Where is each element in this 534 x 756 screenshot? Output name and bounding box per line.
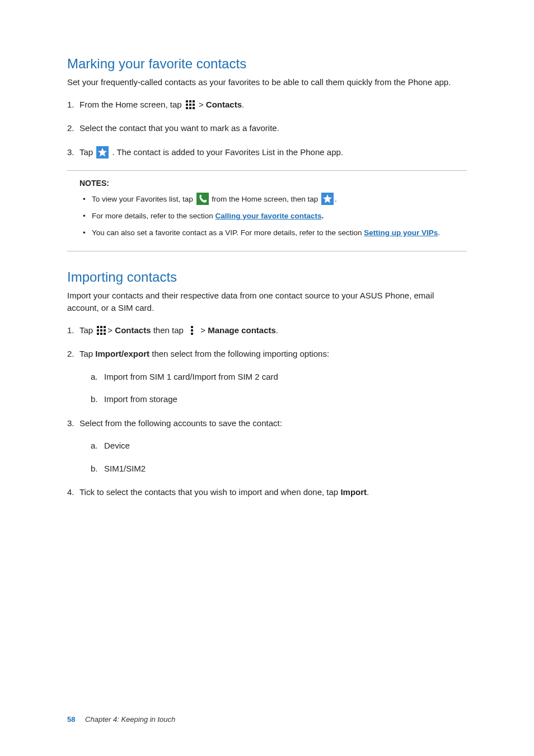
step3-text-a: Tap <box>79 147 95 157</box>
s2-step2-c: then select from the following importing… <box>149 349 329 358</box>
chapter-label: Chapter 4: Keeping in touch <box>85 715 175 724</box>
note-2: For more details, refer to the section C… <box>79 210 467 222</box>
s2-step2-a: Tap <box>79 349 95 358</box>
s2-step3-sub-b: SIM1/SIM2 <box>91 463 467 475</box>
step-2: Select the contact that you want to mark… <box>67 122 467 135</box>
svg-rect-19 <box>104 329 106 332</box>
s2-step1-a: Tap <box>79 325 95 335</box>
s2-step-1: Tap > Contacts then tap > Manage contact… <box>67 324 467 337</box>
svg-rect-3 <box>186 104 188 106</box>
svg-rect-24 <box>191 329 193 332</box>
s2-step1-manage: Manage contacts <box>208 325 276 335</box>
note-1: To view your Favorites list, tap from th… <box>79 193 467 206</box>
step-3: Tap . The contact is added to your Favor… <box>67 146 467 159</box>
s2-step-3: Select from the following accounts to sa… <box>67 417 467 475</box>
s2-step1-e: > <box>198 325 208 335</box>
svg-rect-6 <box>186 107 188 109</box>
note1-b: from the Home screen, then tap <box>212 195 320 203</box>
svg-rect-0 <box>186 100 188 102</box>
apps-grid-icon <box>96 325 106 335</box>
svg-rect-21 <box>100 333 102 335</box>
svg-rect-20 <box>97 333 99 335</box>
svg-rect-18 <box>100 329 102 332</box>
note1-a: To view your Favorites list, tap <box>92 195 195 203</box>
s2-step2-sub-b: Import from storage <box>91 393 467 406</box>
note3-a: You can also set a favorite contact as a… <box>92 228 364 237</box>
svg-rect-5 <box>193 104 195 106</box>
s2-step4-c: . <box>367 487 369 497</box>
s2-step-4: Tick to select the contacts that you wis… <box>67 486 467 499</box>
star-icon <box>96 146 109 158</box>
note2-a: For more details, refer to the section <box>92 212 216 220</box>
s2-step1-b: > <box>107 325 115 335</box>
svg-rect-4 <box>189 104 191 106</box>
link-setting-up-vips[interactable]: Setting up your VIPs <box>364 228 438 237</box>
note1-c: . <box>335 195 337 203</box>
svg-rect-17 <box>97 329 99 332</box>
svg-rect-2 <box>193 100 195 102</box>
step1-text-a: From the Home screen, tap <box>79 100 184 109</box>
s2-step4-a: Tick to select the contacts that you wis… <box>79 487 340 497</box>
s2-step-2: Tap Import/export then select from the f… <box>67 348 467 406</box>
svg-rect-8 <box>193 107 195 109</box>
s2-step2-sub-a: Import from SIM 1 card/Import from SIM 2… <box>91 371 467 384</box>
svg-rect-22 <box>104 333 106 335</box>
s2-step1-d: then tap <box>151 325 186 335</box>
note-3: You can also set a favorite contact as a… <box>79 227 467 239</box>
note3-b: . <box>438 228 440 237</box>
svg-rect-15 <box>100 326 102 328</box>
step1-text-b: > <box>199 100 206 109</box>
link-calling-favorites[interactable]: Calling your favorite contacts <box>216 212 322 220</box>
s2-step1-contacts: Contacts <box>115 325 151 335</box>
page-footer: 58 Chapter 4: Keeping in touch <box>67 715 175 724</box>
notes-box: NOTES: To view your Favorites list, tap … <box>67 170 467 252</box>
s2-step4-import: Import <box>340 487 367 497</box>
page-number: 58 <box>67 715 75 724</box>
step-1: From the Home screen, tap > Contacts. <box>67 99 467 111</box>
svg-rect-1 <box>189 100 191 102</box>
s2-step2-importexport: Import/export <box>95 349 149 358</box>
svg-rect-11 <box>196 193 209 205</box>
svg-rect-16 <box>104 326 106 328</box>
step1-text-d: . <box>242 100 244 109</box>
note2-b: . <box>321 212 324 220</box>
heading-marking-favorites: Marking your favorite contacts <box>67 56 467 72</box>
apps-grid-icon <box>185 100 195 110</box>
svg-rect-25 <box>191 333 193 335</box>
star-icon <box>321 193 334 205</box>
intro-text-2: Import your contacts and their respectiv… <box>67 290 467 314</box>
phone-icon <box>196 193 209 205</box>
s2-step3-text: Select from the following accounts to sa… <box>79 418 282 428</box>
svg-rect-23 <box>191 326 193 328</box>
notes-title: NOTES: <box>79 179 467 188</box>
step1-contacts-label: Contacts <box>206 100 242 109</box>
overflow-menu-icon <box>187 325 197 335</box>
s2-step1-g: . <box>276 325 278 335</box>
svg-rect-14 <box>97 326 99 328</box>
intro-text: Set your frequently-called contacts as y… <box>67 76 467 88</box>
step3-text-b: . The contact is added to your Favorites… <box>113 147 343 157</box>
svg-rect-7 <box>189 107 191 109</box>
s2-step3-sub-a: Device <box>91 440 467 452</box>
heading-importing-contacts: Importing contacts <box>67 269 467 285</box>
